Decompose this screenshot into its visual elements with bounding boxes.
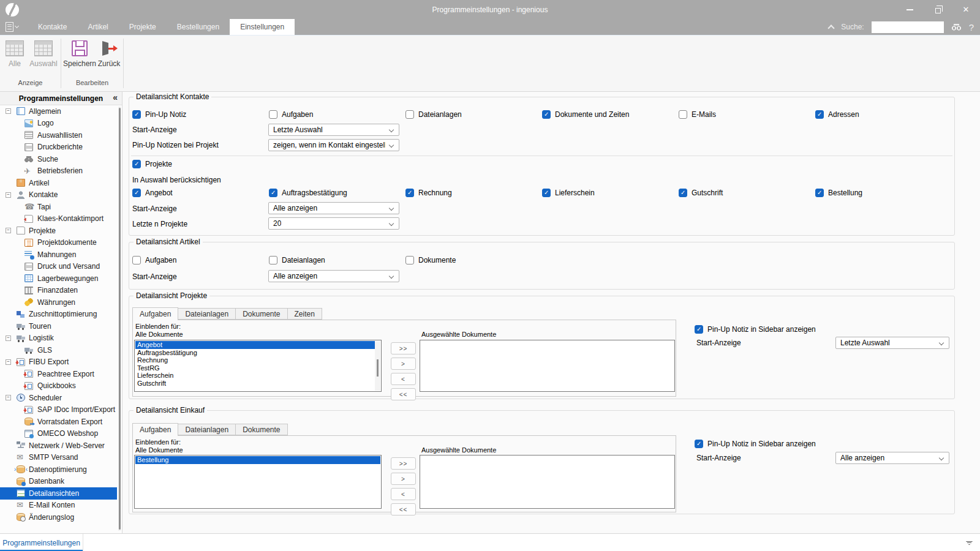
sidebar-item-projektdokumente[interactable]: Projektdokumente (0, 237, 117, 249)
tab-dateianlagen[interactable]: Dateianlagen (178, 308, 236, 320)
expander-icon[interactable]: − (6, 108, 11, 114)
pinup-projekt-select[interactable]: zeigen, wenn im Kontakt eingestellt (268, 139, 399, 151)
letzte-n-projekte-select[interactable]: 20 (268, 217, 399, 230)
sidebar-item-lagerbewegungen[interactable]: Lagerbewegungen (0, 272, 117, 285)
aufgaben-checkbox[interactable]: Aufgaben (132, 255, 176, 265)
scrollbar-thumb[interactable] (377, 359, 379, 377)
move-all-left-button[interactable]: << (391, 388, 416, 400)
move-all-right-button[interactable]: >> (391, 457, 416, 470)
bottom-tab-programmeinstellungen[interactable]: Programmeinstellungen (0, 534, 83, 551)
list-item-bestellung[interactable]: Bestellung (135, 456, 380, 464)
speichern-button[interactable]: Speichern (62, 39, 97, 75)
move-all-left-button[interactable]: << (391, 503, 416, 515)
sidebar-item-netzwerk-web-server[interactable]: Netzwerk / Web-Server (0, 440, 117, 452)
restore-button[interactable] (924, 0, 952, 19)
alle-button[interactable]: Alle (1, 39, 28, 75)
sidebar-item-druck-und-versand[interactable]: Druck und Versand (0, 261, 117, 273)
sidebar-item-quickbooks[interactable]: Quickbooks (0, 380, 117, 392)
minimize-button[interactable] (895, 0, 924, 19)
move-left-button[interactable]: < (391, 488, 416, 500)
ausgewaehlte-dokumente-list[interactable] (420, 455, 675, 509)
ausgewaehlte-dokumente-list[interactable] (420, 340, 675, 392)
scrollbar-thumb[interactable] (119, 108, 121, 530)
sidebar-item-scheduler[interactable]: − Scheduler (0, 392, 117, 404)
list-item-auftragsbestätigung[interactable]: Auftragsbestätigung (135, 349, 380, 357)
sidebar-item-kontakte[interactable]: − Kontakte (0, 189, 117, 201)
projekte-sidebar-start-anzeige-select[interactable]: Letzte Auswahl (835, 337, 949, 349)
move-right-button[interactable]: > (391, 473, 416, 485)
sidebar-item-projekte[interactable]: − Projekte (0, 225, 117, 237)
pin-up-notiz-in-sidebar-anzeigen-checkbox[interactable]: Pin-Up Notiz in Sidebar anzeigen (695, 439, 816, 449)
scroll-grip-icon[interactable] (966, 541, 973, 545)
sidebar-item-mahnungen[interactable]: Mahnungen (0, 249, 117, 261)
tab-dateianlagen[interactable]: Dateianlagen (178, 424, 236, 435)
chevron-up-icon[interactable] (828, 24, 835, 31)
sidebar-item-e-mail-konten[interactable]: E-Mail Konten (0, 500, 117, 512)
sidebar-item-vorratsdaten-export[interactable]: Vorratsdaten Export (0, 416, 117, 428)
sidebar-item-detailansichten[interactable]: Detailansichten (0, 487, 117, 500)
aufgaben-checkbox[interactable]: Aufgaben (269, 110, 313, 119)
sidebar-item-tapi[interactable]: Tapi (0, 201, 117, 213)
einkauf-start-anzeige-select[interactable]: Alle anzeigen (835, 452, 949, 464)
projekte-checkbox[interactable]: Projekte (132, 159, 172, 169)
expander-icon[interactable]: − (6, 335, 11, 341)
sidebar-item-datenbank[interactable]: Datenbank (0, 476, 117, 488)
help-icon[interactable]: ? (969, 22, 974, 32)
expander-icon[interactable]: − (6, 192, 11, 198)
sidebar-item-allgemein[interactable]: − Allgemein (0, 105, 117, 118)
sidebar-item-omeco-webshop[interactable]: OMECO Webshop (0, 428, 117, 440)
tab-aufgaben[interactable]: Aufgaben (132, 307, 178, 320)
list-item-angebot[interactable]: Angebot (135, 341, 380, 349)
auftragsbestätigung-checkbox[interactable]: Auftragsbestätigung (269, 188, 347, 198)
expander-icon[interactable]: − (6, 395, 11, 400)
expander-icon[interactable]: − (6, 228, 11, 233)
sidebar-scrollbar[interactable] (118, 107, 121, 531)
sidebar-item-fibu-export[interactable]: − FIBU Export (0, 356, 117, 369)
sidebar-item-smtp-versand[interactable]: SMTP Versand (0, 452, 117, 464)
move-all-right-button[interactable]: >> (391, 342, 416, 354)
alle-dokumente-list[interactable]: AngebotAuftragsbestätigungRechnungTestRG… (134, 340, 382, 392)
menu-tab-bestellungen[interactable]: Bestellungen (167, 19, 230, 35)
move-right-button[interactable]: > (391, 358, 416, 370)
dokumente-und-zeiten-checkbox[interactable]: Dokumente und Zeiten (542, 110, 629, 119)
menu-tab-kontakte[interactable]: Kontakte (28, 19, 77, 35)
expander-icon[interactable]: − (6, 359, 11, 365)
sidebar-item-suche[interactable]: Suche (0, 153, 117, 165)
pin-up-notiz-checkbox[interactable]: Pin-Up Notiz (132, 110, 186, 119)
sidebar-item-artikel[interactable]: Artikel (0, 177, 117, 189)
sidebar-item-datenoptimierung[interactable]: Datenoptimierung (0, 463, 117, 476)
projekte-start-anzeige-select[interactable]: Alle anzeigen (268, 202, 399, 214)
sidebar-item-peachtree-export[interactable]: Peachtree Export (0, 368, 117, 380)
list-scrollbar[interactable] (375, 341, 380, 391)
sidebar-item-auswahllisten[interactable]: Auswahllisten (0, 129, 117, 141)
angebot-checkbox[interactable]: Angebot (132, 188, 173, 198)
tab-zeiten[interactable]: Zeiten (287, 308, 322, 320)
collapse-sidebar-icon[interactable]: « (113, 92, 118, 102)
menu-tab-einstellungen[interactable]: Einstellungen (230, 19, 295, 35)
sidebar-item-logistik[interactable]: − Logistik (0, 332, 117, 345)
search-input[interactable] (872, 21, 944, 33)
tab-aufgaben[interactable]: Aufgaben (132, 423, 178, 436)
move-left-button[interactable]: < (391, 373, 416, 385)
menu-tab-artikel[interactable]: Artikel (77, 19, 118, 35)
kontakte-start-anzeige-select[interactable]: Letzte Auswahl (268, 124, 399, 136)
file-menu-button[interactable] (6, 19, 18, 35)
sidebar-item-änderungslog[interactable]: Änderungslog (0, 511, 117, 523)
sidebar-item-sap-idoc-import-export[interactable]: SAP IDoc Import/Export (0, 404, 117, 416)
sidebar-item-währungen[interactable]: Währungen (0, 296, 117, 309)
list-item-rechnung[interactable]: Rechnung (135, 356, 380, 364)
menu-tab-projekte[interactable]: Projekte (119, 19, 167, 35)
sidebar-item-druckberichte[interactable]: Druckberichte (0, 141, 117, 154)
alle-dokumente-list[interactable]: Bestellung (134, 455, 382, 509)
binoculars-icon[interactable] (951, 23, 962, 31)
rechnung-checkbox[interactable]: Rechnung (405, 188, 452, 198)
dokumente-checkbox[interactable]: Dokumente (405, 255, 456, 265)
dateianlagen-checkbox[interactable]: Dateianlagen (269, 255, 325, 265)
artikel-start-anzeige-select[interactable]: Alle anzeigen (268, 270, 399, 282)
dateianlagen-checkbox[interactable]: Dateianlagen (405, 110, 462, 119)
sidebar-item-logo[interactable]: Logo (0, 118, 117, 130)
tab-dokumente[interactable]: Dokumente (235, 424, 287, 435)
list-item-lieferschein[interactable]: Lieferschein (135, 372, 380, 380)
sidebar-item-zuschnittoptimierung[interactable]: Zuschnittoptimierung (0, 309, 117, 321)
sidebar-item-gls[interactable]: GLS (0, 344, 117, 356)
